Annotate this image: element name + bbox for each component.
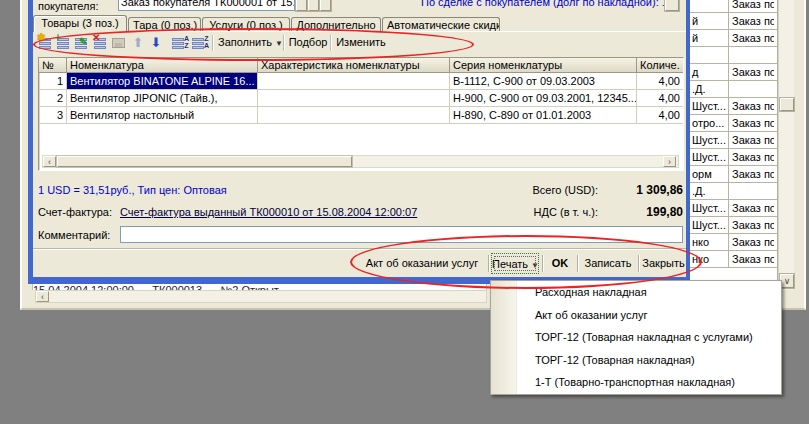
edit-row-icon[interactable]: ✎ bbox=[73, 34, 91, 52]
footer-separator bbox=[33, 248, 686, 250]
comment-input[interactable] bbox=[120, 226, 683, 243]
table-row[interactable]: отро...Заказ по bbox=[690, 115, 777, 132]
order-clear-button[interactable] bbox=[320, 0, 331, 11]
close-button[interactable]: Закрыть bbox=[641, 253, 686, 274]
print-button[interactable]: Печать ▼ bbox=[491, 253, 539, 274]
comment-label: Комментарий: bbox=[38, 229, 110, 241]
buyer-order-label: покупателя: bbox=[38, 0, 98, 12]
column-header-series[interactable]: Серия номенклатуры bbox=[450, 58, 637, 73]
background-horizontal-scrollbar[interactable]: ‹ bbox=[35, 290, 487, 303]
table-row[interactable]: .Д. bbox=[690, 81, 777, 98]
screen: Заказ по йЗаказ по йЗаказ по дЗаказ по .… bbox=[0, 0, 809, 424]
tab-additional[interactable]: Дополнительно bbox=[291, 17, 381, 32]
table-row[interactable]: ормЗаказ по bbox=[690, 166, 777, 183]
scroll-left-arrow-icon[interactable]: ‹ bbox=[36, 291, 49, 302]
scroll-down-arrow-icon[interactable]: ∨ bbox=[780, 274, 794, 288]
table-row[interactable] bbox=[690, 47, 777, 64]
vat-label: НДС (в т. ч.): bbox=[534, 206, 598, 218]
footer-button-separator bbox=[577, 255, 578, 272]
tab-tare[interactable]: Тара (0 поз.) bbox=[128, 17, 201, 32]
table-row[interactable]: 2 Вентилятор JIPONIC (Тайв.), Н-900, С-9… bbox=[39, 90, 683, 107]
table-row[interactable]: йЗаказ по bbox=[690, 13, 777, 30]
table-header-row: № Номенклатура Характеристика номенклату… bbox=[39, 58, 683, 73]
table-row[interactable]: Шуст...Заказ по bbox=[690, 217, 777, 234]
menu-item-expense-invoice[interactable]: Расходная накладная bbox=[491, 281, 781, 304]
sales-document-dialog: покупателя: Заказ покупателя ТК000001 от… bbox=[28, 0, 690, 284]
menu-item-torg12-services[interactable]: ТОРГ-12 (Товарная накладная с услугами) bbox=[491, 326, 781, 349]
change-button[interactable]: Изменить bbox=[335, 34, 387, 52]
end-edit-icon[interactable] bbox=[110, 34, 128, 52]
table-row[interactable]: Шуст...Заказ по bbox=[690, 132, 777, 149]
order-open-button[interactable] bbox=[308, 0, 319, 11]
table-row[interactable]: 1 Вентилятор BINATONE ALPINE 16... В-111… bbox=[39, 73, 683, 90]
table-row[interactable]: Заказ по bbox=[690, 0, 777, 13]
table-row[interactable]: Шуст...Заказ по bbox=[690, 200, 777, 217]
tab-auto-discounts[interactable]: Автоматические скидки bbox=[382, 17, 500, 32]
sort-ascending-icon[interactable]: A Z bbox=[170, 34, 188, 52]
settlement-status-note: По сделке с покупателем (долг по накладн… bbox=[421, 0, 673, 11]
chevron-down-icon: ▼ bbox=[275, 39, 283, 48]
footer-button-separator bbox=[488, 255, 489, 272]
buyer-order-input[interactable]: Заказ покупателя ТК000001 от 15.04.2004 … bbox=[118, 0, 295, 11]
table-row[interactable]: йЗаказ по bbox=[690, 30, 777, 47]
service-act-button[interactable]: Акт об оказании услуг bbox=[358, 253, 486, 274]
column-header-num[interactable]: № bbox=[39, 58, 67, 73]
status-detail-button[interactable] bbox=[665, 0, 679, 11]
buyer-order-row: покупателя: Заказ покупателя ТК000001 от… bbox=[33, 0, 686, 12]
items-horizontal-scrollbar[interactable]: ‹ › bbox=[42, 155, 679, 168]
currency-rate-line: 1 USD = 31,51руб., Тип цен: Оптовая bbox=[38, 184, 227, 196]
menu-item-1t[interactable]: 1-Т (Товарно-транспортная накладная) bbox=[491, 371, 781, 394]
scroll-left-arrow-icon[interactable]: ‹ bbox=[43, 156, 56, 167]
table-row[interactable]: .Д. bbox=[690, 183, 777, 200]
invoice-label: Счет-фактура: bbox=[38, 206, 112, 218]
footer-button-separator bbox=[542, 255, 543, 272]
background-clipped-row: 15.04.2004 12:00:00 ТК000013 №2 Открыт bbox=[32, 283, 487, 290]
save-button[interactable]: Записать bbox=[580, 253, 636, 274]
toolbar-separator bbox=[283, 35, 284, 51]
table-row[interactable]: нкоЗаказ по bbox=[690, 234, 777, 251]
order-select-button[interactable] bbox=[296, 0, 307, 11]
pick-button[interactable]: Подбор bbox=[288, 34, 328, 52]
menu-item-torg12[interactable]: ТОРГ-12 (Товарная накладная) bbox=[491, 349, 781, 372]
table-row[interactable]: 3 Вентилятор настольный Н-890, С-890 от … bbox=[39, 107, 683, 124]
copy-row-icon[interactable]: + bbox=[55, 34, 73, 52]
chevron-down-icon: ▼ bbox=[531, 261, 539, 270]
menu-item-service-act[interactable]: Акт об оказании услуг bbox=[491, 304, 781, 327]
total-value: 1 309,86 bbox=[636, 183, 683, 197]
column-header-nomenclature[interactable]: Номенклатура bbox=[67, 58, 258, 73]
tab-services[interactable]: Услуги (0 поз.) bbox=[202, 17, 290, 32]
column-header-characteristic[interactable]: Характеристика номенклатуры bbox=[258, 58, 450, 73]
items-toolbar: ✱ + ✎ ✕ ⬆ ⬇ A Z Z A Заполнить ▼ Подбор И… bbox=[33, 33, 686, 53]
background-orders-table: Заказ по йЗаказ по йЗаказ по дЗаказ по .… bbox=[690, 0, 778, 290]
column-header-quantity[interactable]: Количе. bbox=[637, 58, 683, 73]
scroll-right-arrow-icon[interactable]: › bbox=[663, 156, 676, 167]
move-down-icon[interactable]: ⬇ bbox=[148, 34, 166, 52]
total-label: Всего (USD): bbox=[532, 184, 598, 196]
tab-goods[interactable]: Товары (3 поз.) bbox=[33, 15, 127, 32]
vat-value: 199,80 bbox=[646, 205, 683, 219]
move-up-icon[interactable]: ⬆ bbox=[130, 34, 148, 52]
items-table: № Номенклатура Характеристика номенклату… bbox=[38, 57, 684, 171]
background-vertical-scrollbar[interactable]: ∨ bbox=[778, 0, 794, 290]
table-row[interactable]: нкоЗаказ по bbox=[690, 251, 777, 268]
delete-row-icon[interactable]: ✕ bbox=[92, 34, 110, 52]
print-dropdown-menu: Расходная накладная Акт об оказании услу… bbox=[490, 280, 782, 395]
sort-descending-icon[interactable]: Z A bbox=[190, 34, 208, 52]
scrollbar-thumb[interactable] bbox=[57, 156, 352, 167]
selected-cell: Вентилятор BINATONE ALPINE 16... bbox=[67, 73, 258, 90]
table-row[interactable]: дЗаказ по bbox=[690, 64, 777, 81]
scrollbar-thumb[interactable] bbox=[780, 98, 794, 111]
tab-pane-edge bbox=[33, 31, 686, 32]
table-row[interactable]: Шуст...Заказ по bbox=[690, 149, 777, 166]
toolbar-separator bbox=[212, 35, 213, 51]
footer-button-separator bbox=[638, 255, 639, 272]
ok-button[interactable]: OK bbox=[545, 253, 575, 274]
toolbar-separator bbox=[330, 35, 331, 51]
add-row-icon[interactable]: ✱ bbox=[37, 34, 55, 52]
table-row[interactable]: Шуст...Заказ по bbox=[690, 98, 777, 115]
fill-button[interactable]: Заполнить ▼ bbox=[218, 34, 280, 52]
invoice-link[interactable]: Счет-фактура выданный ТК000010 от 15.08.… bbox=[120, 206, 417, 218]
